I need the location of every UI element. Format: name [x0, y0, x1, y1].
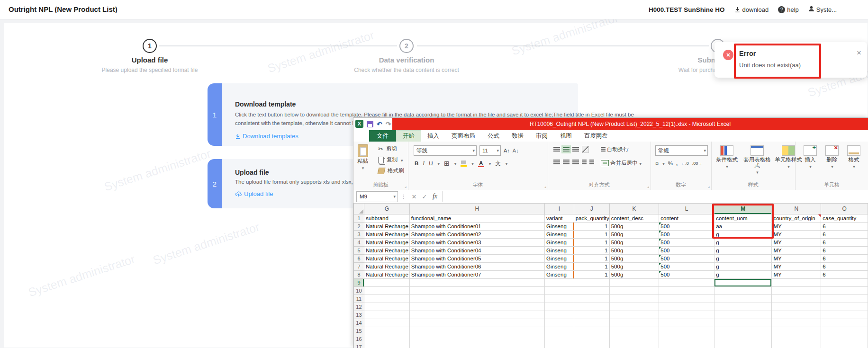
select-all-corner[interactable] — [354, 204, 364, 214]
comma-icon[interactable]: , — [676, 161, 678, 166]
cell-N9[interactable] — [772, 279, 821, 287]
cell-I11[interactable] — [544, 295, 574, 303]
cell-J14[interactable] — [574, 319, 609, 327]
cell-K5[interactable]: 500g — [609, 247, 659, 255]
cell-M12[interactable] — [714, 303, 772, 311]
cell-O17[interactable] — [821, 343, 868, 348]
cell-I16[interactable] — [544, 335, 574, 343]
cell-G1[interactable]: subbrand — [364, 214, 409, 223]
cell-G13[interactable] — [364, 311, 409, 319]
row-header-12[interactable]: 12 — [354, 303, 364, 311]
row-header-2[interactable]: 2 — [354, 223, 364, 231]
column-header-M[interactable]: M — [714, 204, 772, 214]
conditional-formatting-button[interactable]: 条件格式 — [713, 145, 741, 170]
cell-K13[interactable] — [609, 311, 659, 319]
cell-J5[interactable]: 1 — [574, 247, 609, 255]
close-icon[interactable]: × — [857, 48, 861, 58]
cut-button[interactable]: 剪切 — [378, 145, 397, 152]
decrease-indent-icon[interactable] — [582, 160, 587, 165]
dialog-launcher-icon[interactable] — [544, 184, 546, 188]
increase-decimal-icon[interactable]: ←.0 — [681, 161, 689, 166]
cell-I6[interactable]: Ginseng — [544, 255, 574, 263]
cell-O16[interactable] — [821, 335, 868, 343]
font-name-select[interactable]: 等线 — [414, 145, 477, 156]
cell-N16[interactable] — [772, 335, 821, 343]
decrease-decimal-icon[interactable]: .00→ — [692, 161, 703, 166]
cell-N3[interactable]: MY — [772, 231, 821, 239]
help-button[interactable]: help — [778, 6, 799, 13]
cell-O13[interactable] — [821, 311, 868, 319]
cell-L2[interactable]: 500 — [659, 223, 714, 231]
row-header-8[interactable]: 8 — [354, 271, 364, 279]
cell-J1[interactable]: pack_quantity — [574, 214, 609, 223]
cell-M15[interactable] — [714, 327, 772, 335]
cell-H1[interactable]: functional_name — [409, 214, 544, 223]
cell-H12[interactable] — [409, 303, 544, 311]
shrink-font-icon[interactable]: A↓ — [513, 148, 519, 153]
format-cells-button[interactable]: 格式 — [845, 145, 862, 170]
cell-N4[interactable]: MY — [772, 239, 821, 247]
excel-menu-tab-0[interactable]: 文件 — [369, 130, 396, 142]
grow-font-icon[interactable]: A↑ — [504, 148, 510, 153]
row-header-17[interactable]: 17 — [354, 343, 364, 348]
cell-K2[interactable]: 500g — [609, 223, 659, 231]
excel-menu-tab-3[interactable]: 页面布局 — [445, 130, 481, 142]
cell-K17[interactable] — [609, 343, 659, 348]
cell-N6[interactable]: MY — [772, 255, 821, 263]
row-header-4[interactable]: 4 — [354, 239, 364, 247]
cell-H2[interactable]: Shampoo with Conditioner01 — [409, 223, 544, 231]
cell-M2[interactable]: aa — [714, 223, 772, 231]
cell-J15[interactable] — [574, 327, 609, 335]
cell-N14[interactable] — [772, 319, 821, 327]
column-header-K[interactable]: K — [609, 204, 659, 214]
cell-N7[interactable]: MY — [772, 263, 821, 271]
cell-N12[interactable] — [772, 303, 821, 311]
cell-O2[interactable]: 6 — [821, 223, 868, 231]
cell-L16[interactable] — [659, 335, 714, 343]
column-header-N[interactable]: N — [772, 204, 821, 214]
cell-H15[interactable] — [409, 327, 544, 335]
download-templates-link[interactable]: Download templates — [235, 133, 298, 140]
cell-G4[interactable]: Natural Recharge — [364, 239, 409, 247]
cell-M10[interactable] — [714, 287, 772, 295]
cell-I5[interactable]: Ginseng — [544, 247, 574, 255]
cell-N5[interactable]: MY — [772, 247, 821, 255]
formula-input[interactable] — [442, 191, 868, 202]
cell-H8[interactable]: Shampoo with Conditioner07 — [409, 271, 544, 279]
cell-I7[interactable]: Ginseng — [544, 263, 574, 271]
cell-N2[interactable]: MY — [772, 223, 821, 231]
row-header-13[interactable]: 13 — [354, 311, 364, 319]
cell-L4[interactable]: 500 — [659, 239, 714, 247]
fill-color-button[interactable] — [461, 161, 467, 167]
cell-H14[interactable] — [409, 319, 544, 327]
bold-button[interactable]: B — [415, 161, 418, 166]
cell-K7[interactable]: 500g — [609, 263, 659, 271]
align-center-icon[interactable] — [563, 160, 570, 165]
cell-O8[interactable]: 6 — [821, 271, 868, 279]
cell-J12[interactable] — [574, 303, 609, 311]
cell-L14[interactable] — [659, 319, 714, 327]
cell-I2[interactable]: Ginseng — [544, 223, 574, 231]
cell-O5[interactable]: 6 — [821, 247, 868, 255]
borders-button[interactable] — [444, 160, 450, 167]
row-header-10[interactable]: 10 — [354, 287, 364, 295]
row-header-15[interactable]: 15 — [354, 327, 364, 335]
cell-L12[interactable] — [659, 303, 714, 311]
cell-H17[interactable] — [409, 343, 544, 348]
align-left-icon[interactable] — [553, 160, 560, 165]
cell-K16[interactable] — [609, 335, 659, 343]
cell-L3[interactable]: 500 — [659, 231, 714, 239]
cell-I14[interactable] — [544, 319, 574, 327]
cell-M9[interactable] — [714, 279, 772, 287]
format-as-table-button[interactable]: 套用表格格式 — [742, 145, 772, 175]
dialog-launcher-icon[interactable] — [708, 184, 710, 188]
cell-H4[interactable]: Shampoo with Conditioner03 — [409, 239, 544, 247]
upload-file-link[interactable]: Upload file — [235, 190, 273, 197]
number-format-select[interactable]: 常规 — [655, 145, 708, 156]
row-header-7[interactable]: 7 — [354, 263, 364, 271]
wrap-text-button[interactable]: 自动换行 — [601, 146, 629, 153]
cell-L5[interactable]: 500 — [659, 247, 714, 255]
cell-M4[interactable]: g — [714, 239, 772, 247]
insert-function-button[interactable]: fx — [430, 193, 440, 200]
font-color-button[interactable] — [478, 160, 484, 167]
